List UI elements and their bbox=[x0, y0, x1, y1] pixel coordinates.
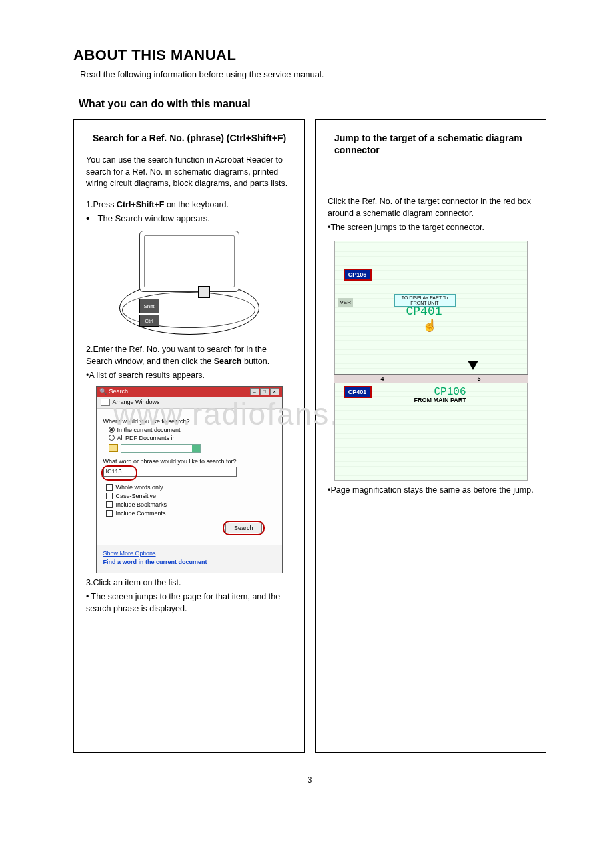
step1-prefix: 1.Press bbox=[86, 200, 117, 209]
step2-result: •A list of search results appears. bbox=[86, 370, 292, 382]
check-whole[interactable]: Whole words only bbox=[106, 484, 275, 491]
search-button[interactable]: Search bbox=[225, 523, 262, 533]
radio-current-doc[interactable]: In the current document bbox=[109, 427, 275, 433]
search-input-value: IC113 bbox=[106, 468, 122, 475]
step-1: 1.Press Ctrl+Shift+F on the keyboard. • … bbox=[86, 199, 292, 225]
right-desc: Click the Ref. No. of the target connect… bbox=[328, 196, 534, 219]
right-panel: Jump to the target of a schematic diagra… bbox=[315, 119, 546, 753]
step1-kbd: Ctrl+Shift+F bbox=[117, 200, 165, 209]
search-dialog-figure: 🔍 Search – □ × Arrange Windows Where wou… bbox=[96, 386, 283, 573]
link-more-options[interactable]: Show More Options bbox=[103, 550, 275, 557]
shift-key-icon: Shift bbox=[139, 299, 159, 313]
arrange-label[interactable]: Arrange Windows bbox=[113, 399, 160, 405]
step2-bold: Search bbox=[214, 357, 242, 366]
right-result: •The screen jumps to the target connecto… bbox=[328, 222, 534, 234]
ctrl-key-icon: Ctrl bbox=[139, 315, 159, 327]
what-label: What word or phrase would you like to se… bbox=[103, 458, 275, 465]
step-2: 2.Enter the Ref. No. you want to search … bbox=[86, 344, 292, 382]
step1-suffix: on the keyboard. bbox=[164, 200, 229, 209]
ruler-5: 5 bbox=[477, 375, 480, 382]
laptop-figure: Shift Ctrl bbox=[119, 228, 259, 335]
schematic-figure: CP106 VER TO DISPLAY PART To FRONT UNIT … bbox=[334, 241, 528, 481]
check-case[interactable]: Case-Sensitive bbox=[106, 493, 275, 499]
radio-all-label: All PDF Documents in bbox=[117, 435, 176, 441]
cp106-connector-ref[interactable]: CP106 bbox=[344, 269, 372, 281]
section-subtitle: What you can do with this manual bbox=[79, 98, 546, 110]
search-icon: 🔍 bbox=[99, 388, 107, 395]
check-comments-label: Include Comments bbox=[116, 510, 166, 517]
close-icon[interactable]: × bbox=[270, 388, 279, 395]
step2-suffix: button. bbox=[241, 357, 269, 366]
ruler-4: 4 bbox=[380, 375, 384, 382]
where-label: Where would you like to search? bbox=[103, 418, 275, 425]
ruler-divider: 4 5 bbox=[334, 374, 528, 383]
right-heading: Jump to the target of a schematic diagra… bbox=[334, 132, 534, 156]
left-heading: Search for a Ref. No. (phrase) (Ctrl+Shi… bbox=[93, 132, 292, 144]
from-main-label: FROM MAIN PART bbox=[414, 397, 466, 403]
check-comments[interactable]: Include Comments bbox=[106, 510, 275, 517]
page-title: ABOUT THIS MANUAL bbox=[73, 47, 546, 64]
check-bookmarks-label: Include Bookmarks bbox=[116, 501, 167, 508]
ver-label: VER bbox=[338, 298, 353, 307]
cp401-green-label: CP401 bbox=[406, 305, 442, 318]
left-panel: Search for a Ref. No. (phrase) (Ctrl+Shi… bbox=[73, 119, 305, 753]
folder-icon bbox=[109, 444, 118, 452]
arrange-icon[interactable] bbox=[101, 399, 110, 406]
left-desc: You can use the search function in Acrob… bbox=[86, 155, 292, 190]
radio-current-label: In the current document bbox=[117, 427, 181, 433]
bullet-icon: • bbox=[86, 213, 90, 224]
step-3: 3.Click an item on the list. bbox=[86, 577, 292, 589]
maximize-icon[interactable]: □ bbox=[260, 388, 269, 395]
check-whole-label: Whole words only bbox=[116, 484, 163, 491]
search-input[interactable]: IC113 bbox=[103, 467, 237, 477]
step3-result: • The screen jumps to the page for that … bbox=[86, 591, 292, 615]
check-bookmarks[interactable]: Include Bookmarks bbox=[106, 501, 275, 508]
intro-text: Read the following information before us… bbox=[80, 69, 546, 79]
step1-result: The Search window appears. bbox=[98, 213, 210, 223]
arrow-down-icon bbox=[468, 361, 478, 370]
page-number: 3 bbox=[73, 775, 546, 785]
f-key-icon bbox=[198, 286, 210, 298]
hand-cursor-icon: ☝ bbox=[422, 318, 437, 333]
cp401-connector-ref[interactable]: CP401 bbox=[344, 386, 372, 398]
dialog-title: Search bbox=[109, 388, 129, 395]
right-note: •Page magnification stays the same as be… bbox=[328, 485, 534, 497]
minimize-icon[interactable]: – bbox=[250, 388, 259, 395]
folder-dropdown[interactable] bbox=[109, 444, 275, 453]
radio-all-docs[interactable]: All PDF Documents in bbox=[109, 435, 275, 441]
link-find-word[interactable]: Find a word in the current document bbox=[103, 559, 275, 565]
check-case-label: Case-Sensitive bbox=[116, 493, 157, 499]
